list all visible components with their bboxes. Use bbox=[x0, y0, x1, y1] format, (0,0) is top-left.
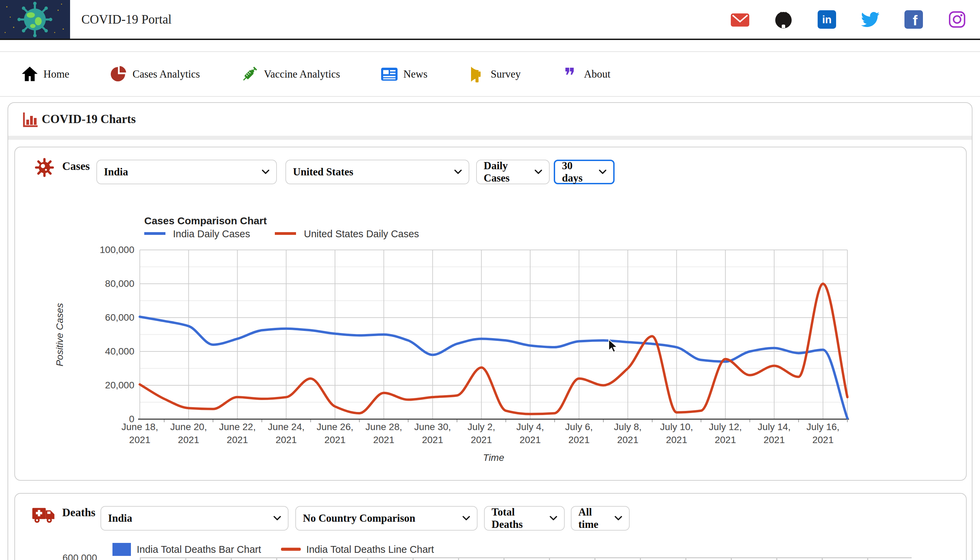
chevron-down-icon bbox=[273, 516, 281, 521]
cases-panel: Cases India United States Daily Cases 30… bbox=[14, 147, 967, 481]
section-header: COVID-19 Charts bbox=[8, 103, 972, 136]
nav-label: Home bbox=[43, 68, 69, 80]
virus-globe-logo[interactable] bbox=[0, 0, 70, 38]
select-value: Daily Cases bbox=[484, 160, 530, 184]
svg-text:❞: ❞ bbox=[564, 65, 576, 83]
nav-item-vaccine-analytics[interactable]: Vaccine Analytics bbox=[240, 65, 340, 83]
line-series-swatch bbox=[281, 548, 301, 551]
deaths-range-select[interactable]: All time bbox=[571, 506, 630, 531]
section-title: COVID-19 Charts bbox=[42, 103, 136, 136]
select-value: Total Deaths bbox=[492, 506, 545, 531]
header-divider bbox=[0, 38, 980, 40]
chevron-down-icon bbox=[454, 170, 462, 174]
quotes-icon: ❞ bbox=[561, 65, 579, 83]
github-icon[interactable] bbox=[774, 10, 793, 29]
nav-item-home[interactable]: Home bbox=[21, 66, 69, 83]
svg-text:Cases Comparison Chart: Cases Comparison Chart bbox=[144, 215, 266, 226]
deaths-axis-tick: 600,000 bbox=[48, 552, 97, 560]
select-value: India bbox=[108, 512, 132, 525]
svg-text:40,000: 40,000 bbox=[105, 346, 134, 357]
social-links: in f bbox=[731, 0, 966, 38]
nav-item-survey[interactable]: Survey bbox=[468, 65, 521, 83]
select-value: 30 days bbox=[562, 160, 594, 184]
cases-country-select[interactable]: India bbox=[97, 160, 277, 184]
twitter-icon[interactable] bbox=[861, 10, 880, 29]
deaths-controls: Deaths India No Country Comparison Total… bbox=[15, 494, 966, 531]
select-value: India bbox=[104, 166, 128, 178]
syringe-icon bbox=[240, 65, 259, 83]
cases-label: Cases bbox=[62, 147, 90, 185]
svg-text:July 6,2021: July 6,2021 bbox=[565, 422, 593, 445]
svg-text:in: in bbox=[822, 14, 832, 26]
svg-text:Positive Cases: Positive Cases bbox=[54, 303, 65, 366]
svg-text:June 28,2021: June 28,2021 bbox=[365, 422, 402, 445]
chevron-down-icon bbox=[615, 516, 622, 521]
nav-item-news[interactable]: News bbox=[381, 65, 428, 83]
ambulance-icon bbox=[32, 503, 56, 524]
select-value: United States bbox=[293, 166, 353, 178]
svg-text:July 2,2021: July 2,2021 bbox=[468, 422, 495, 445]
nav-label: News bbox=[403, 68, 428, 80]
svg-text:July 12,2021: July 12,2021 bbox=[709, 422, 742, 445]
chevron-down-icon bbox=[535, 170, 542, 174]
chevron-down-icon bbox=[262, 170, 270, 174]
svg-text:80,000: 80,000 bbox=[105, 278, 134, 289]
svg-text:July 14,2021: July 14,2021 bbox=[758, 422, 791, 445]
nav-item-about[interactable]: ❞ About bbox=[561, 65, 611, 83]
select-value: All time bbox=[578, 506, 610, 531]
bar-series-label: India Total Deaths Bar Chart bbox=[137, 542, 261, 557]
nav-label: Survey bbox=[491, 68, 521, 80]
svg-text:June 24,2021: June 24,2021 bbox=[268, 422, 304, 445]
chevron-down-icon bbox=[599, 170, 606, 174]
svg-text:20,000: 20,000 bbox=[105, 380, 134, 390]
svg-text:India Daily Cases: India Daily Cases bbox=[173, 228, 250, 239]
covid-portal-page: COVID-19 Portal in f bbox=[0, 0, 980, 560]
select-value: No Country Comparison bbox=[303, 512, 415, 525]
site-header: COVID-19 Portal in f bbox=[0, 0, 980, 38]
svg-text:f: f bbox=[913, 12, 917, 28]
instagram-icon[interactable] bbox=[948, 10, 966, 29]
megaphone-icon bbox=[468, 65, 486, 83]
deaths-label: Deaths bbox=[62, 494, 95, 531]
covid-charts-card: COVID-19 Charts Cases India bbox=[8, 102, 972, 560]
email-icon[interactable] bbox=[731, 10, 749, 29]
line-series-label: India Total Deaths Line Chart bbox=[306, 542, 434, 557]
deaths-panel: Deaths India No Country Comparison Total… bbox=[14, 493, 967, 560]
svg-text:Time: Time bbox=[483, 452, 504, 463]
svg-text:June 18,2021: June 18,2021 bbox=[121, 422, 158, 445]
virus-icon bbox=[34, 157, 55, 178]
cases-metric-select[interactable]: Daily Cases bbox=[476, 160, 550, 184]
deaths-country-select[interactable]: India bbox=[100, 506, 288, 531]
nav-label: Vaccine Analytics bbox=[264, 68, 340, 80]
deaths-chart-gridline bbox=[140, 557, 912, 560]
bar-chart-icon bbox=[22, 112, 38, 128]
nav-label: Cases Analytics bbox=[133, 68, 200, 80]
svg-text:July 16,2021: July 16,2021 bbox=[806, 422, 840, 445]
nav-label: About bbox=[584, 68, 611, 80]
deaths-metric-select[interactable]: Total Deaths bbox=[484, 506, 565, 531]
svg-text:100,000: 100,000 bbox=[100, 245, 134, 255]
svg-text:June 26,2021: June 26,2021 bbox=[316, 422, 353, 445]
deaths-comparison-select[interactable]: No Country Comparison bbox=[295, 506, 478, 531]
newspaper-icon bbox=[381, 65, 398, 83]
page-title: COVID-19 Portal bbox=[82, 0, 171, 38]
cases-comparison-select[interactable]: United States bbox=[285, 160, 469, 184]
main-nav: Home Cases Analytics Vaccine Analytics bbox=[0, 51, 980, 97]
svg-text:July 10,2021: July 10,2021 bbox=[660, 422, 693, 445]
cases-controls: Cases India United States Daily Cases 30… bbox=[15, 147, 966, 185]
chevron-down-icon bbox=[463, 516, 470, 521]
svg-text:June 30,2021: June 30,2021 bbox=[414, 422, 451, 445]
svg-text:60,000: 60,000 bbox=[105, 312, 134, 323]
chevron-down-icon bbox=[550, 516, 557, 521]
pie-chart-icon bbox=[110, 65, 128, 83]
facebook-icon[interactable]: f bbox=[905, 10, 923, 29]
section-divider bbox=[8, 136, 972, 140]
cases-range-select[interactable]: 30 days bbox=[554, 160, 615, 184]
bar-series-swatch bbox=[113, 543, 131, 556]
svg-text:United States Daily Cases: United States Daily Cases bbox=[304, 228, 419, 239]
svg-text:June 20,2021: June 20,2021 bbox=[170, 422, 207, 445]
linkedin-icon[interactable]: in bbox=[818, 10, 836, 29]
svg-text:July 4,2021: July 4,2021 bbox=[516, 422, 544, 445]
cases-comparison-chart[interactable]: 020,00040,00060,00080,000100,000June 18,… bbox=[15, 193, 967, 487]
nav-item-cases-analytics[interactable]: Cases Analytics bbox=[110, 65, 200, 83]
